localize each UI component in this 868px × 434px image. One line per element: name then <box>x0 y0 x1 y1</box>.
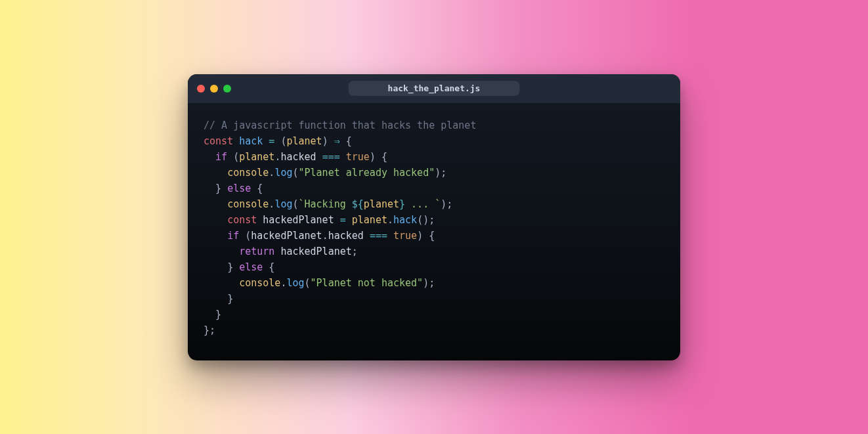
paren: ( <box>292 167 298 179</box>
tmpl-open: `Hacking <box>299 198 352 210</box>
kw-if: if <box>227 230 239 242</box>
paren: ) <box>441 198 446 210</box>
paren: ) <box>322 135 328 147</box>
op-assign: = <box>340 214 346 226</box>
semi: ; <box>446 198 452 210</box>
kw-const: const <box>227 214 257 226</box>
semi: ; <box>352 246 358 257</box>
tmpl-tail: ... ` <box>405 198 441 210</box>
brace: } <box>215 309 221 320</box>
dot: . <box>322 230 328 242</box>
semi: ; <box>209 324 215 336</box>
console: console <box>227 198 269 210</box>
param: planet <box>286 135 322 147</box>
interp-close: } <box>399 198 405 210</box>
titlebar: hack_the_planet.js <box>188 74 680 103</box>
op-eq: === <box>370 230 387 242</box>
brace: { <box>257 183 263 194</box>
paren: ( <box>305 277 311 289</box>
var-planet: planet <box>239 151 274 163</box>
op-eq: === <box>322 151 340 163</box>
bool-true: true <box>346 151 370 163</box>
brace: } <box>227 261 233 273</box>
prop-hacked: hacked <box>328 230 364 242</box>
kw-return: return <box>239 246 274 257</box>
kw-if: if <box>215 151 227 163</box>
prop-hacked: hacked <box>280 151 316 163</box>
kw-const: const <box>204 135 233 147</box>
paren: ) <box>417 230 423 242</box>
code-window: hack_the_planet.js // A javascript funct… <box>188 74 680 360</box>
var-planet: planet <box>352 214 387 226</box>
fn-log: log <box>286 277 304 289</box>
console: console <box>239 277 280 289</box>
brace: { <box>381 151 387 163</box>
filename-pill: hack_the_planet.js <box>349 81 520 96</box>
fn-hack-call: hack <box>393 214 417 226</box>
semi: ; <box>429 214 435 226</box>
console: console <box>227 167 269 179</box>
var-hackedplanet: hackedPlanet <box>263 214 334 226</box>
semi: ; <box>441 167 446 179</box>
paren: () <box>417 214 429 226</box>
paren: ) <box>435 167 441 179</box>
paren: ) <box>423 277 429 289</box>
minimize-icon[interactable] <box>210 85 218 93</box>
fn-name: hack <box>239 135 263 147</box>
brace: { <box>346 135 352 147</box>
maximize-icon[interactable] <box>223 85 231 93</box>
window-controls <box>197 85 231 93</box>
close-icon[interactable] <box>197 85 205 93</box>
paren: ) <box>370 151 376 163</box>
interp-open: ${ <box>352 198 364 210</box>
filename: hack_the_planet.js <box>388 83 481 93</box>
code-area[interactable]: // A javascript function that hacks the … <box>188 103 680 360</box>
paren: ( <box>292 198 298 210</box>
brace: } <box>215 183 221 194</box>
paren: ( <box>233 151 239 163</box>
code-comment: // A javascript function that hacks the … <box>204 119 476 131</box>
kw-else: else <box>227 183 251 194</box>
interp-var: planet <box>364 198 399 210</box>
brace: { <box>429 230 435 242</box>
var-hackedplanet: hackedPlanet <box>280 246 351 257</box>
kw-else: else <box>239 261 263 273</box>
fn-log: log <box>274 198 292 210</box>
brace: { <box>269 261 274 273</box>
var-hackedplanet: hackedPlanet <box>251 230 322 242</box>
op-assign: = <box>269 135 274 147</box>
semi: ; <box>429 277 435 289</box>
arrow: ⇒ <box>334 135 340 147</box>
brace: } <box>204 324 209 336</box>
paren: ( <box>245 230 251 242</box>
str-already: "Planet already hacked" <box>299 167 435 179</box>
brace: } <box>227 293 233 305</box>
bool-true: true <box>393 230 417 242</box>
str-not: "Planet not hacked" <box>311 277 423 289</box>
dot: . <box>387 214 393 226</box>
fn-log: log <box>274 167 292 179</box>
